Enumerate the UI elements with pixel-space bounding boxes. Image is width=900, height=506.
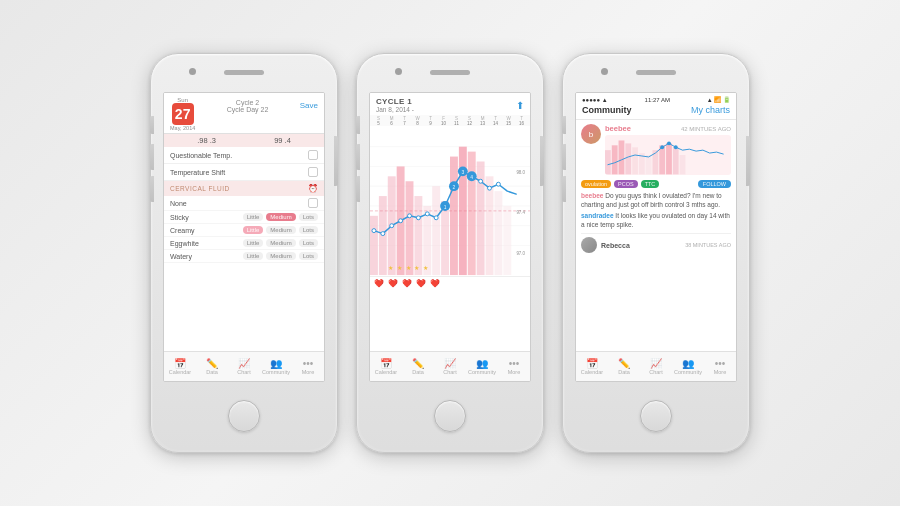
svg-point-29 <box>416 216 420 220</box>
tab3-chart[interactable]: 📈 Chart <box>640 352 672 381</box>
svg-rect-56 <box>612 145 618 174</box>
tag-pcos[interactable]: PCOS <box>614 180 638 188</box>
status-bar: ●●●●● ▲ 11:27 AM ▲ 📶 🔋 <box>576 93 736 103</box>
eggwhite-medium[interactable]: Medium <box>266 239 295 247</box>
home-button-3[interactable] <box>640 400 672 432</box>
calendar-icon: 📅 <box>174 358 186 369</box>
tab-community-label: Community <box>262 369 290 375</box>
svg-rect-58 <box>625 143 631 174</box>
volume-down-button-2 <box>356 176 360 202</box>
rebecca-name: Rebecca <box>601 242 630 249</box>
fluid-creamy-row: Creamy Little Medium Lots <box>164 224 324 237</box>
phone-1: Sun 27 May, 2014 Cycle 2 Cycle Day 22 Sa… <box>150 53 338 453</box>
svg-rect-11 <box>406 181 414 275</box>
creamy-lots[interactable]: Lots <box>299 226 318 234</box>
tab3-community-label: Community <box>674 369 702 375</box>
tab2-more-label: More <box>508 369 521 375</box>
mute-button-2 <box>356 116 360 134</box>
tab-calendar[interactable]: 📅 Calendar <box>164 352 196 381</box>
status-right: ▲ 📶 🔋 <box>707 96 730 103</box>
tab-more[interactable]: ••• More <box>292 352 324 381</box>
cervical-title: CERVICAL FLUID <box>170 185 230 192</box>
tab3-data[interactable]: ✏️ Data <box>608 352 640 381</box>
creamy-little[interactable]: Little <box>243 226 264 234</box>
tag-ttc[interactable]: TTC <box>641 180 660 188</box>
creamy-medium[interactable]: Medium <box>266 226 295 234</box>
phone-3: ●●●●● ▲ 11:27 AM ▲ 📶 🔋 Community My char… <box>562 53 750 453</box>
eggwhite-lots[interactable]: Lots <box>299 239 318 247</box>
svg-point-27 <box>399 219 403 223</box>
home-button-2[interactable] <box>434 400 466 432</box>
status-left: ●●●●● ▲ <box>582 97 608 103</box>
s1-header: Sun 27 May, 2014 Cycle 2 Cycle Day 22 Sa… <box>164 93 324 134</box>
svg-rect-18 <box>468 152 476 275</box>
svg-point-25 <box>381 232 385 236</box>
svg-point-38 <box>496 182 500 186</box>
temp-shift-checkbox[interactable] <box>308 167 318 177</box>
phone-top <box>153 56 335 92</box>
fluid-watery-label: Watery <box>170 253 206 260</box>
svg-text:2: 2 <box>453 185 456 190</box>
share-icon[interactable]: ⬆ <box>516 100 524 111</box>
fluid-none-checkbox[interactable] <box>308 198 318 208</box>
svg-rect-66 <box>680 155 686 174</box>
save-button[interactable]: Save <box>300 97 318 110</box>
tab2-more[interactable]: ••• More <box>498 352 530 381</box>
more-icon-2: ••• <box>509 358 520 369</box>
chart-area: 1 2 3 4 98.0 97.4 97.0 ★ ★ <box>370 126 530 276</box>
watery-little[interactable]: Little <box>243 252 264 260</box>
svg-point-36 <box>479 179 483 183</box>
tab-data[interactable]: ✏️ Data <box>196 352 228 381</box>
sticky-lots[interactable]: Lots <box>299 213 318 221</box>
my-charts-tab[interactable]: My charts <box>691 105 730 115</box>
speaker-2 <box>430 70 470 75</box>
tab2-data[interactable]: ✏️ Data <box>402 352 434 381</box>
watery-lots[interactable]: Lots <box>299 252 318 260</box>
eggwhite-options: Little Medium Lots <box>243 239 318 247</box>
s3-nav: Community My charts <box>576 103 736 120</box>
svg-rect-12 <box>414 196 422 275</box>
date-month: May, 2014 <box>170 125 195 131</box>
svg-point-69 <box>674 145 678 149</box>
mini-chart <box>605 135 731 175</box>
tab3-data-label: Data <box>618 369 630 375</box>
creamy-options: Little Medium Lots <box>243 226 318 234</box>
tab-chart[interactable]: 📈 Chart <box>228 352 260 381</box>
more-icon: ••• <box>303 358 314 369</box>
sticky-medium[interactable]: Medium <box>266 213 295 221</box>
chart-svg: 1 2 3 4 98.0 97.4 97.0 ★ ★ <box>370 126 530 276</box>
home-button-1[interactable] <box>228 400 260 432</box>
power-button-3 <box>746 136 750 186</box>
camera-3 <box>601 68 608 75</box>
chart-icon: 📈 <box>238 358 250 369</box>
community-icon-2: 👥 <box>476 358 488 369</box>
tab3-more[interactable]: ••• More <box>704 352 736 381</box>
tab-community[interactable]: 👥 Community <box>260 352 292 381</box>
tab2-calendar[interactable]: 📅 Calendar <box>370 352 402 381</box>
tab3-calendar[interactable]: 📅 Calendar <box>576 352 608 381</box>
screen-1: Sun 27 May, 2014 Cycle 2 Cycle Day 22 Sa… <box>163 92 325 382</box>
sticky-little[interactable]: Little <box>243 213 264 221</box>
tab2-chart[interactable]: 📈 Chart <box>434 352 466 381</box>
tab2-community[interactable]: 👥 Community <box>466 352 498 381</box>
svg-point-28 <box>408 214 412 218</box>
heart-icon-4: ❤️ <box>416 279 426 288</box>
tab3-community[interactable]: 👥 Community <box>672 352 704 381</box>
svg-rect-59 <box>632 147 638 174</box>
questionable-temp-checkbox[interactable] <box>308 150 318 160</box>
s2-date-range: Jan 8, 2014 - <box>376 106 414 113</box>
watery-medium[interactable]: Medium <box>266 252 295 260</box>
data-icon-2: ✏️ <box>412 358 424 369</box>
bottom-tabs-2: 📅 Calendar ✏️ Data 📈 Chart 👥 Community <box>370 351 530 381</box>
svg-rect-16 <box>450 157 458 276</box>
tag-ovulation[interactable]: ovulation <box>581 180 611 188</box>
speaker-3 <box>636 70 676 75</box>
questionable-temp-row: Questionable Temp. <box>164 147 324 164</box>
temp-shift-row: Temperature Shift <box>164 164 324 181</box>
tab3-more-label: More <box>714 369 727 375</box>
follow-button[interactable]: FOLLOW <box>698 180 731 188</box>
svg-point-31 <box>434 216 438 220</box>
svg-rect-63 <box>659 145 665 174</box>
eggwhite-little[interactable]: Little <box>243 239 264 247</box>
volume-up-button-2 <box>356 144 360 170</box>
